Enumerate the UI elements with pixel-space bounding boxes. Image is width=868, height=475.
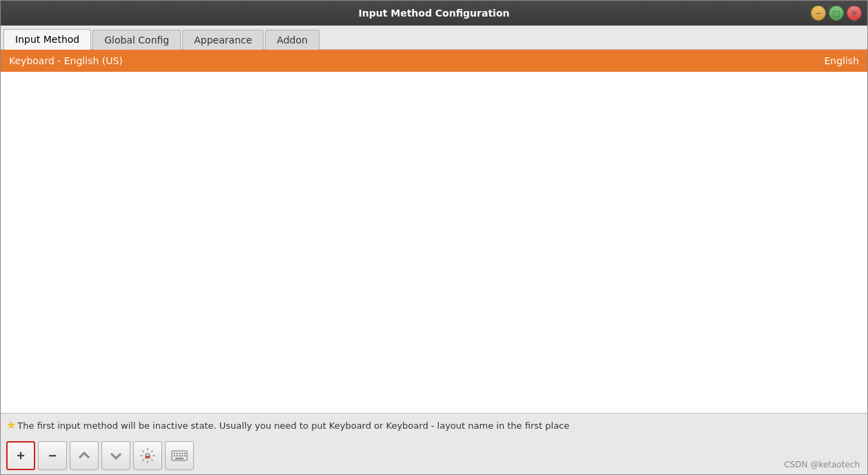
- svg-rect-5: [176, 453, 178, 454]
- input-method-lang: English: [824, 55, 859, 66]
- svg-rect-13: [184, 455, 186, 456]
- star-icon: ★: [6, 418, 16, 432]
- move-up-button[interactable]: [70, 441, 99, 470]
- tab-input-method[interactable]: Input Method: [3, 29, 91, 50]
- minimize-button[interactable]: −: [811, 6, 826, 21]
- info-bar: ★The first input method will be inactive…: [1, 414, 867, 437]
- toolbar: + −: [1, 437, 867, 474]
- move-down-button[interactable]: [101, 441, 130, 470]
- svg-rect-10: [176, 455, 178, 456]
- window-title: Input Method Configuration: [359, 8, 510, 19]
- svg-rect-9: [173, 455, 175, 456]
- bottom-section: ★The first input method will be inactive…: [1, 413, 867, 474]
- selected-input-method-row[interactable]: Keyboard - English (US) English: [1, 50, 867, 72]
- add-button[interactable]: +: [6, 441, 35, 470]
- tabs-bar: Input Method Global Config Appearance Ad…: [1, 26, 867, 50]
- svg-rect-7: [181, 453, 184, 454]
- keyboard-button[interactable]: [165, 441, 194, 470]
- input-method-list[interactable]: [1, 72, 867, 413]
- watermark: CSDN @ketaotech: [784, 460, 860, 469]
- svg-rect-12: [181, 455, 184, 456]
- svg-rect-2: [146, 456, 149, 458]
- up-arrow-icon: [76, 447, 92, 464]
- main-window: Input Method Configuration − □ ✕ Input M…: [0, 0, 868, 475]
- svg-rect-14: [175, 458, 184, 459]
- close-button[interactable]: ✕: [847, 6, 862, 21]
- window-controls: − □ ✕: [811, 6, 862, 21]
- gear-icon: [139, 447, 156, 464]
- keyboard-icon: [171, 447, 188, 464]
- remove-button[interactable]: −: [38, 441, 67, 470]
- svg-rect-4: [173, 453, 175, 454]
- svg-rect-6: [179, 453, 181, 454]
- svg-rect-8: [184, 453, 186, 454]
- titlebar: Input Method Configuration − □ ✕: [1, 1, 867, 26]
- tab-appearance[interactable]: Appearance: [182, 30, 264, 50]
- tab-global-config[interactable]: Global Config: [92, 30, 181, 50]
- svg-rect-11: [179, 455, 181, 456]
- input-method-name: Keyboard - English (US): [9, 55, 123, 66]
- down-arrow-icon: [108, 447, 124, 464]
- tab-addon[interactable]: Addon: [265, 30, 319, 50]
- content-area: Keyboard - English (US) English: [1, 50, 867, 413]
- maximize-button[interactable]: □: [829, 6, 844, 21]
- configure-button[interactable]: [133, 441, 162, 470]
